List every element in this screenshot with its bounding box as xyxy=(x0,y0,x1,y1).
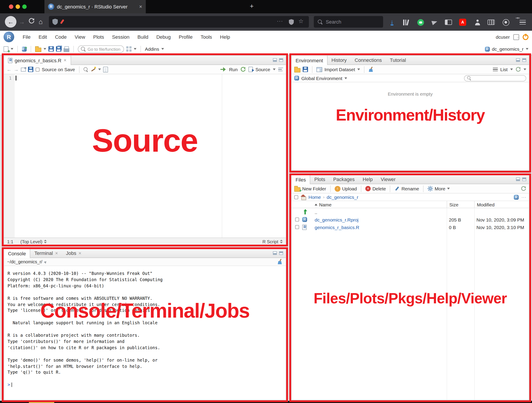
r-project-icon[interactable] xyxy=(514,195,519,200)
tracking-protection-shield-icon[interactable] xyxy=(52,19,58,27)
url-bar[interactable] xyxy=(49,16,309,28)
minimize-pane-icon[interactable] xyxy=(273,58,277,62)
menu-tools[interactable]: Tools xyxy=(197,34,216,39)
menu-edit[interactable]: Edit xyxy=(34,34,51,39)
signout-icon[interactable] xyxy=(513,34,519,40)
upload-button[interactable]: Upload xyxy=(335,186,357,191)
new-file-button[interactable] xyxy=(4,46,8,52)
extension-ball-button[interactable] xyxy=(501,18,510,27)
close-window-button[interactable] xyxy=(9,4,13,9)
tab-console[interactable]: Console xyxy=(4,249,31,258)
menu-button[interactable] xyxy=(518,18,527,27)
menu-view[interactable]: View xyxy=(71,34,89,39)
tab-connections[interactable]: Connections xyxy=(351,56,386,65)
tab-jobs[interactable]: Jobs xyxy=(62,249,85,258)
new-file-caret-icon[interactable] xyxy=(11,48,13,50)
sidebar-toggle-button[interactable] xyxy=(444,18,453,27)
console-prompt-line[interactable]: > xyxy=(7,382,282,388)
source-file-tab[interactable]: genomics_r_basics.R xyxy=(4,56,71,65)
new-tab-button[interactable]: + xyxy=(250,2,254,10)
environment-scope-selector[interactable]: Global Environment xyxy=(301,75,342,81)
minimize-pane-icon[interactable] xyxy=(516,58,520,62)
up-directory-icon[interactable] xyxy=(302,209,308,215)
menu-plots[interactable]: Plots xyxy=(89,34,108,39)
panes-layout-caret-icon[interactable] xyxy=(134,48,136,50)
forward-button[interactable] xyxy=(19,19,25,25)
menu-file[interactable]: File xyxy=(19,34,34,39)
menu-code[interactable]: Code xyxy=(51,34,71,39)
maximize-pane-icon[interactable] xyxy=(279,251,283,255)
scope-selector[interactable]: (Top Level) xyxy=(20,239,47,244)
open-in-new-window-button[interactable] xyxy=(21,67,26,72)
source-caret-icon[interactable] xyxy=(273,69,276,70)
terminal-close-icon[interactable] xyxy=(55,251,58,255)
minimize-window-button[interactable] xyxy=(16,4,20,9)
menu-session[interactable]: Session xyxy=(108,34,133,39)
print-button[interactable] xyxy=(63,48,69,52)
tab-viewer[interactable]: Viewer xyxy=(377,175,399,184)
run-icon[interactable] xyxy=(221,67,227,72)
delete-button[interactable]: Delete xyxy=(365,186,386,191)
column-name-header[interactable]: Name xyxy=(311,202,447,207)
tab-help[interactable]: Help xyxy=(359,175,377,184)
send-extension-button[interactable] xyxy=(430,18,439,27)
menu-profile[interactable]: Profile xyxy=(175,34,196,39)
tab-files[interactable]: Files xyxy=(291,175,310,184)
list-view-button[interactable]: List xyxy=(500,67,507,72)
reload-button[interactable] xyxy=(28,18,35,25)
column-size-header[interactable]: Size xyxy=(447,201,474,208)
search-bar[interactable]: Search xyxy=(314,16,383,28)
page-shield-icon[interactable] xyxy=(289,19,294,27)
home-button[interactable] xyxy=(39,18,43,25)
compile-report-button[interactable] xyxy=(103,66,108,72)
page-actions-icon[interactable] xyxy=(277,18,283,24)
breadcrumb-project-link[interactable]: dc_genomics_r xyxy=(327,194,358,200)
find-replace-button[interactable] xyxy=(83,67,88,72)
maximize-pane-icon[interactable] xyxy=(522,58,526,62)
row-checkbox[interactable] xyxy=(295,225,299,229)
code-tools-button[interactable] xyxy=(90,67,96,72)
addins-caret-icon[interactable] xyxy=(161,48,164,50)
tab-history[interactable]: History xyxy=(328,56,351,65)
more-button[interactable]: More xyxy=(428,186,450,191)
save-workspace-button[interactable] xyxy=(303,67,308,72)
bookmark-star-icon[interactable] xyxy=(298,18,304,25)
save-button[interactable] xyxy=(48,46,54,52)
run-button[interactable]: Run xyxy=(229,67,238,72)
evernote-extension-button[interactable] xyxy=(416,18,425,27)
open-file-button[interactable] xyxy=(35,47,41,52)
nav-back-icon[interactable]: ← xyxy=(7,67,12,72)
breadcrumb-more-icon[interactable]: ··· xyxy=(521,195,526,200)
environment-search-input[interactable] xyxy=(464,75,526,81)
downloads-button[interactable] xyxy=(387,18,396,27)
console-output[interactable]: R version 4.0.3 (2020-10-10) -- "Bunny-W… xyxy=(4,266,286,400)
tab-terminal[interactable]: Terminal xyxy=(31,249,62,258)
select-all-checkbox[interactable] xyxy=(294,195,298,199)
table-row[interactable]: dc_genomics_r.Rproj 205 B Nov 10, 2020, … xyxy=(291,216,529,223)
load-workspace-button[interactable] xyxy=(294,68,300,72)
code-tools-caret-icon[interactable] xyxy=(98,69,101,70)
menu-help[interactable]: Help xyxy=(216,34,234,39)
refresh-caret-icon[interactable] xyxy=(524,69,526,70)
quit-session-button[interactable] xyxy=(523,34,528,40)
new-folder-button[interactable]: New Folder xyxy=(294,186,326,191)
new-project-button[interactable] xyxy=(22,46,27,51)
clear-console-button[interactable] xyxy=(277,259,283,265)
document-outline-button[interactable] xyxy=(278,68,283,72)
table-row[interactable]: genomics_r_basics.R 0 B Nov 10, 2020, 3:… xyxy=(291,223,529,231)
browser-tab[interactable]: dc_genomics_r · RStudio Server xyxy=(44,0,146,13)
rerun-button[interactable] xyxy=(240,67,246,72)
source-save-button[interactable] xyxy=(28,67,33,72)
maximize-pane-icon[interactable] xyxy=(522,177,526,181)
source-tab-close-icon[interactable] xyxy=(63,58,66,63)
tab-tutorial[interactable]: Tutorial xyxy=(386,56,410,65)
table-row-parent-dir[interactable]: .. xyxy=(291,208,529,216)
tab-plots[interactable]: Plots xyxy=(310,175,329,184)
file-link[interactable]: dc_genomics_r.Rproj xyxy=(311,217,447,222)
save-all-button[interactable] xyxy=(56,46,61,52)
scope-caret-icon[interactable] xyxy=(344,77,347,79)
maximize-pane-icon[interactable] xyxy=(279,58,283,62)
rename-button[interactable]: Rename xyxy=(394,186,419,191)
zoom-window-button[interactable] xyxy=(22,4,27,9)
row-checkbox[interactable] xyxy=(295,218,299,221)
